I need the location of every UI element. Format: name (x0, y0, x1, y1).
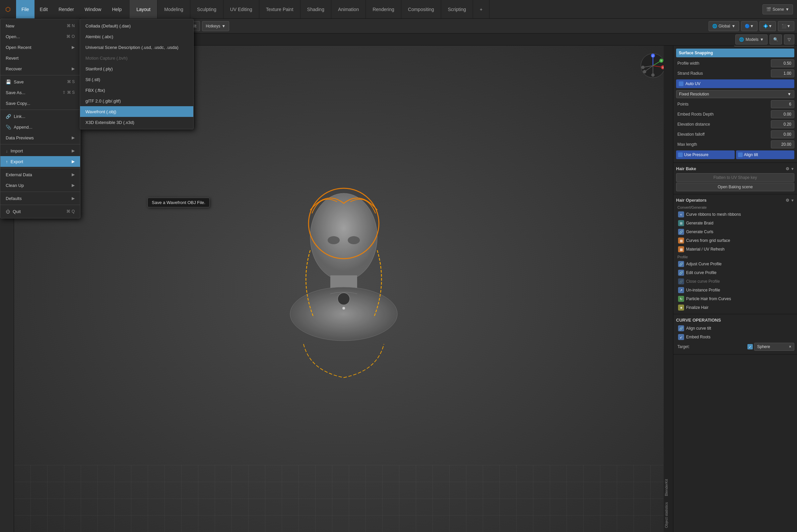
menu-import[interactable]: ↓ Import ▶ (0, 146, 80, 156)
hotkeys-btn[interactable]: Hotkeys ▼ (202, 21, 229, 31)
menu-window[interactable]: Window (79, 0, 107, 18)
tab-add[interactable]: + (473, 0, 490, 18)
export-alembic[interactable]: Alembic (.abc) (80, 31, 193, 42)
menu-save[interactable]: 💾 Save ⌘ S (0, 76, 80, 87)
menu-save-copy-label: Save Copy... (6, 101, 30, 106)
viewport-mode-btn[interactable]: ⬛▼ (778, 21, 794, 31)
file-menu-sep-3 (0, 144, 80, 145)
tab-modeling[interactable]: Modeling (157, 0, 190, 18)
search-btn[interactable]: 🔍 (770, 35, 782, 44)
target-sphere-select[interactable]: Sphere × (754, 343, 794, 351)
hair-operators-settings-icon[interactable]: ⚙ (785, 198, 789, 203)
tab-shading[interactable]: Shading (301, 0, 331, 18)
menu-revert[interactable]: Revert (0, 53, 80, 63)
align-curve-tilt-btn[interactable]: 🔗 Align curve tilt (676, 324, 794, 332)
auto-uv-btn[interactable]: Auto UV (676, 79, 794, 88)
hair-operators-header[interactable]: Hair Operators ⚙ ▼ (676, 196, 794, 204)
models-icon: 🌐 (739, 37, 744, 42)
export-stanford[interactable]: Stanford (.ply) (80, 63, 193, 74)
points-value[interactable]: 6 (771, 100, 794, 108)
curve-ribbons-btn[interactable]: ≈ Curve ribbons to mesh ribbons (676, 210, 794, 219)
generate-braid-btn[interactable]: ⊞ Generate Braid (676, 219, 794, 227)
svg-point-20 (643, 70, 646, 73)
global-btn[interactable]: 🌐 Global ▼ (708, 21, 739, 31)
tab-compositing[interactable]: Compositing (401, 0, 441, 18)
align-curve-tilt-label: Align curve tilt (686, 326, 711, 331)
uninstance-profile-btn[interactable]: ↗ Un-instance Profile (676, 286, 794, 294)
menu-new[interactable]: New ⌘ N (0, 20, 80, 31)
open-baking-btn[interactable]: Open Baking scene (676, 183, 794, 191)
data-previews-arrow: ▶ (72, 135, 75, 140)
menu-render[interactable]: Render (53, 0, 79, 18)
blender-logo: ⬡ (0, 0, 16, 19)
particle-hair-btn[interactable]: ↻ Particle Hair from Curves (676, 294, 794, 303)
right-tab-stats[interactable]: Object statistics (664, 499, 672, 531)
tab-rendering[interactable]: Rendering (366, 0, 401, 18)
generate-curls-btn[interactable]: 🔗 Generate Curls (676, 227, 794, 236)
menu-data-previews[interactable]: Data Previews ▶ (0, 132, 80, 143)
menu-open[interactable]: Open... ⌘ O (0, 31, 80, 42)
top-menubar: ⬡ File Edit Render Window Help Layout Mo… (0, 0, 797, 19)
filter-btn[interactable]: ▽ (784, 35, 794, 44)
menu-edit[interactable]: Edit (35, 0, 53, 18)
tab-uv-editing[interactable]: UV Editing (224, 0, 259, 18)
align-tilt-panel-btn[interactable]: Align tilt (736, 150, 795, 159)
hair-bake-settings-icon[interactable]: ⚙ (785, 167, 789, 171)
export-wavefront[interactable]: Wavefront (.obj) (80, 106, 193, 117)
menu-quit[interactable]: ⏻ Quit ⌘ Q (0, 206, 80, 217)
menu-external-data[interactable]: External Data ▶ (0, 169, 80, 180)
right-tab-blenderkit[interactable]: BlenderKit (664, 476, 672, 499)
surface-snapping-btn[interactable]: Surface Snapping (676, 49, 794, 57)
export-gltf[interactable]: glTF 2.0 (.glb/.gltf) (80, 95, 193, 106)
menu-items: File Edit Render Window Help (16, 0, 127, 18)
external-data-arrow: ▶ (72, 172, 75, 177)
hotkeys-arrow: ▼ (222, 24, 226, 28)
elevation-falloff-value[interactable]: 0.00 (771, 130, 794, 138)
material-uv-btn[interactable]: ▦ Material / UV Refresh (676, 245, 794, 253)
tab-texture-paint[interactable]: Texture Paint (259, 0, 301, 18)
menu-file[interactable]: File (16, 0, 35, 18)
flatten-btn[interactable]: Flatten to UV Shape key (676, 173, 794, 182)
menu-clean-up[interactable]: Clean Up ▶ (0, 180, 80, 191)
export-collada[interactable]: Collada (Default) (.dae) (80, 20, 193, 31)
profile-width-value[interactable]: 0.50 (771, 59, 794, 67)
menu-help[interactable]: Help (107, 0, 127, 18)
menu-save-copy[interactable]: Save Copy... (0, 98, 80, 109)
max-length-value[interactable]: 20.00 (771, 140, 794, 148)
curve-ops-header[interactable]: CURVE OPERATIONS (676, 316, 794, 324)
viewport-overlay-btn[interactable]: 🔵▼ (741, 21, 757, 31)
export-x3d[interactable]: X3D Extensible 3D (.x3d) (80, 117, 193, 128)
menu-save-as[interactable]: Save As... ⇧ ⌘ S (0, 87, 80, 98)
tab-sculpting[interactable]: Sculpting (190, 0, 224, 18)
hair-bake-header[interactable]: Hair Bake ⚙ ▼ (676, 165, 794, 173)
export-usd[interactable]: Universal Scene Description (.usd, .usdc… (80, 42, 193, 53)
scene-selector[interactable]: 🎬 Scene ▼ (762, 4, 793, 14)
wavefront-tooltip: Save a Wavefront OBJ File. (147, 198, 210, 207)
menu-defaults[interactable]: Defaults ▶ (0, 193, 80, 204)
curves-grid-btn[interactable]: ▦ Curves from grid surface (676, 236, 794, 245)
edit-profile-btn[interactable]: 🔗 Edit curve Profile (676, 268, 794, 277)
export-fbx[interactable]: FBX (.fbx) (80, 85, 193, 95)
strand-radius-value[interactable]: 1.00 (771, 69, 794, 77)
menu-export[interactable]: ↑ Export ▶ (0, 156, 80, 167)
menu-open-recent[interactable]: Open Recent ▶ (0, 42, 80, 53)
finalize-hair-btn[interactable]: ★ Finalize Hair (676, 303, 794, 312)
menu-append[interactable]: 📎 Append... (0, 121, 80, 132)
elevation-dist-row: Elevation distance 0.20 (676, 120, 794, 129)
menu-recover[interactable]: Recover ▶ (0, 63, 80, 74)
fixed-resolution-select[interactable]: Fixed Resolution ▼ (676, 90, 794, 98)
adjust-profile-btn[interactable]: 🔗 Adjust Curve Profile (676, 260, 794, 268)
embed-roots-value[interactable]: 0.00 (771, 110, 794, 118)
menu-link[interactable]: 🔗 Link... (0, 111, 80, 121)
export-stl[interactable]: Stl (.stl) (80, 74, 193, 85)
tab-animation[interactable]: Animation (331, 0, 366, 18)
elevation-dist-value[interactable]: 0.20 (771, 120, 794, 128)
profile-width-row: Profile width 0.50 (676, 59, 794, 68)
use-pressure-btn[interactable]: Use Pressure (676, 150, 735, 159)
viewport-shading-btn[interactable]: 💠▼ (759, 21, 776, 31)
tab-scripting[interactable]: Scripting (441, 0, 473, 18)
tab-layout[interactable]: Layout (130, 0, 157, 18)
embed-roots-btn[interactable]: ↙ Embed Roots (676, 332, 794, 341)
close-profile-btn[interactable]: 🔗 Close curve Profile (676, 277, 794, 286)
models-btn[interactable]: 🌐 Models ▼ (735, 35, 767, 44)
